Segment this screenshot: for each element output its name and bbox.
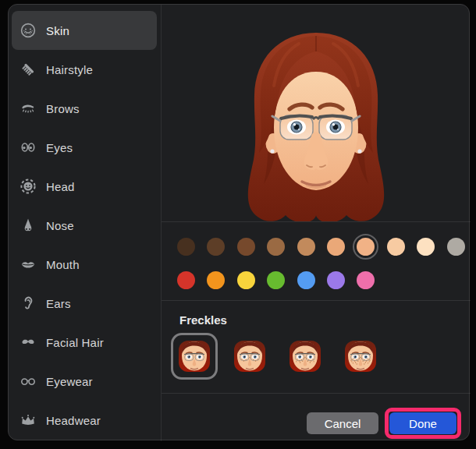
sidebar-item-mouth[interactable]: Mouth xyxy=(12,245,157,284)
sidebar-item-label: Hairstyle xyxy=(46,63,93,76)
avatar-preview-panel xyxy=(162,5,471,221)
skin-icon xyxy=(18,21,38,40)
annotation-highlight-box: Done xyxy=(385,408,461,439)
sidebar-item-eyewear[interactable]: Eyewear xyxy=(12,362,157,401)
skin-tone-swatch[interactable] xyxy=(327,238,345,256)
freckles-panel: Freckles xyxy=(162,300,471,393)
ear-icon xyxy=(18,294,38,313)
sidebar-item-ears[interactable]: Ears xyxy=(12,284,157,323)
skin-tone-swatch[interactable] xyxy=(447,238,465,256)
color-swatch[interactable] xyxy=(357,271,375,289)
sidebar-item-headwear[interactable]: Headwear xyxy=(12,401,157,440)
sidebar-item-label: Skin xyxy=(46,24,69,37)
skin-tone-swatch[interactable] xyxy=(297,238,315,256)
glasses-icon xyxy=(18,372,38,391)
sidebar-item-label: Headwear xyxy=(46,414,101,427)
skin-tone-swatch[interactable] xyxy=(177,238,195,256)
crown-icon xyxy=(18,411,38,430)
color-swatch[interactable] xyxy=(297,271,315,289)
sidebar-item-label: Eyes xyxy=(46,141,73,154)
mouth-icon xyxy=(18,255,38,274)
freckles-options-row xyxy=(171,333,384,380)
freckles-option-heavy[interactable] xyxy=(337,333,384,380)
color-swatch[interactable] xyxy=(207,271,225,289)
freckles-label: Freckles xyxy=(179,313,227,327)
sidebar-item-facial-hair[interactable]: Facial Hair xyxy=(12,323,157,362)
memoji-editor-dialog: Skin Hairstyle Brows Eyes Head xyxy=(8,4,470,440)
skin-tone-swatch[interactable] xyxy=(387,238,405,256)
skin-tone-swatch-selected[interactable] xyxy=(357,238,375,256)
brow-icon xyxy=(18,99,38,118)
sidebar-item-hairstyle[interactable]: Hairstyle xyxy=(12,50,157,89)
color-swatch[interactable] xyxy=(237,271,255,289)
comb-icon xyxy=(18,60,38,79)
eyes-icon xyxy=(18,138,38,157)
skin-tone-swatch[interactable] xyxy=(207,238,225,256)
accent-color-row xyxy=(177,271,375,289)
head-icon xyxy=(18,177,38,196)
sidebar-item-eyes[interactable]: Eyes xyxy=(12,128,157,167)
freckles-option-medium[interactable] xyxy=(282,333,329,380)
color-swatch[interactable] xyxy=(267,271,285,289)
nose-icon xyxy=(18,216,38,235)
freckles-option-none[interactable] xyxy=(171,333,218,380)
feature-sidebar: Skin Hairstyle Brows Eyes Head xyxy=(9,5,161,440)
sidebar-item-label: Head xyxy=(46,180,75,193)
skin-tone-palette xyxy=(162,221,471,300)
editor-main-panel: Freckles xyxy=(161,5,471,441)
sidebar-item-nose[interactable]: Nose xyxy=(12,206,157,245)
sidebar-item-label: Facial Hair xyxy=(46,336,104,349)
color-swatch[interactable] xyxy=(177,271,195,289)
sidebar-item-label: Nose xyxy=(46,219,74,232)
sidebar-item-brows[interactable]: Brows xyxy=(12,89,157,128)
sidebar-item-skin[interactable]: Skin xyxy=(12,11,157,50)
sidebar-item-head[interactable]: Head xyxy=(12,167,157,206)
cancel-button[interactable]: Cancel xyxy=(307,412,378,434)
skin-tone-swatch[interactable] xyxy=(237,238,255,256)
sidebar-item-label: Brows xyxy=(46,102,80,115)
skin-tone-swatch[interactable] xyxy=(417,238,435,256)
memoji-avatar xyxy=(236,30,396,221)
sidebar-item-label: Ears xyxy=(46,297,71,310)
mustache-icon xyxy=(18,333,38,352)
color-swatch[interactable] xyxy=(327,271,345,289)
sidebar-item-label: Mouth xyxy=(46,258,80,271)
done-button[interactable]: Done xyxy=(389,412,456,434)
footer-bar: Cancel Done xyxy=(162,393,471,441)
skin-tone-swatch[interactable] xyxy=(267,238,285,256)
freckles-option-light[interactable] xyxy=(226,333,273,380)
skin-tone-row xyxy=(177,238,465,256)
sidebar-item-label: Eyewear xyxy=(46,375,93,388)
